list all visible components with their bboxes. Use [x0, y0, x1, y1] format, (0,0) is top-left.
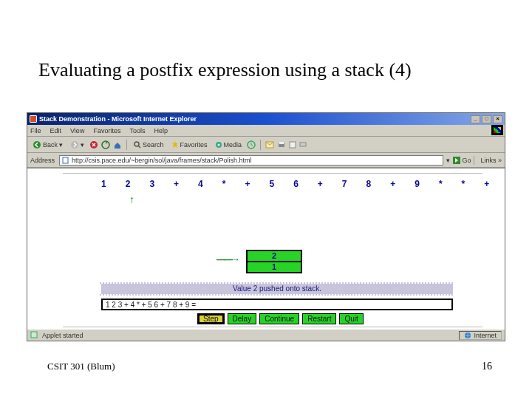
continue-button[interactable]: Continue — [259, 313, 299, 324]
token: 5 — [269, 179, 274, 192]
refresh-button[interactable] — [101, 140, 110, 149]
back-label: Back — [43, 141, 58, 149]
svg-rect-12 — [290, 142, 296, 148]
step-button[interactable]: Step — [197, 313, 225, 324]
zone-label: Internet — [474, 332, 497, 339]
mail-button[interactable] — [265, 141, 274, 149]
restart-button[interactable]: Restart — [302, 313, 336, 324]
expression-input[interactable]: 1 2 3 + 4 * + 5 6 + 7 8 + 9 = — [101, 299, 453, 310]
forward-button[interactable]: ▾ — [68, 140, 86, 150]
token: 9 — [415, 179, 420, 192]
menu-view[interactable]: View — [70, 127, 84, 134]
menu-file[interactable]: File — [30, 127, 41, 134]
token: 6 — [293, 179, 299, 192]
zone-panel: Internet — [459, 331, 502, 340]
favorites-button[interactable]: Favorites — [169, 140, 210, 149]
media-icon — [215, 141, 222, 149]
toolbar: Back ▾ ▾ Search Favorites Media — [27, 137, 505, 153]
windows-logo-icon — [491, 125, 503, 135]
svg-point-1 — [71, 141, 78, 149]
star-icon — [171, 141, 179, 149]
edit-icon — [289, 141, 296, 149]
applet-status-text: Applet started — [42, 332, 83, 339]
refresh-icon — [101, 140, 110, 149]
current-token-pointer-icon: ↑ — [129, 194, 134, 205]
search-button[interactable]: Search — [132, 140, 166, 149]
token: + — [390, 179, 395, 192]
stop-icon — [89, 140, 98, 149]
home-icon — [113, 140, 122, 149]
token: + — [318, 179, 323, 192]
svg-rect-16 — [31, 332, 37, 338]
history-icon — [247, 140, 256, 149]
token: + — [245, 179, 250, 192]
mail-icon — [265, 141, 274, 149]
menu-tools[interactable]: Tools — [129, 127, 145, 134]
media-label: Media — [224, 141, 242, 149]
address-input[interactable]: http://csis.pace.edu/~bergin/sol/java/fr… — [59, 155, 443, 166]
page-icon — [62, 157, 69, 164]
print-button[interactable] — [277, 141, 286, 149]
close-button[interactable]: × — [493, 115, 502, 123]
address-label: Address — [30, 157, 55, 164]
quit-button[interactable]: Quit — [339, 313, 363, 324]
svg-rect-11 — [279, 142, 284, 144]
menu-help[interactable]: Help — [154, 127, 168, 134]
maximize-button[interactable]: □ — [482, 115, 491, 123]
search-icon — [134, 141, 141, 149]
minimize-button[interactable]: _ — [471, 115, 480, 123]
dropdown-icon: ▾ — [81, 141, 84, 149]
applet-button-row: Step Delay Continue Restart Quit — [197, 313, 364, 324]
edit-button[interactable] — [289, 141, 296, 149]
discuss-button[interactable] — [299, 141, 307, 149]
svg-point-7 — [217, 143, 219, 146]
window-title: Stack Demonstration - Microsoft Internet… — [39, 115, 197, 123]
links-button[interactable]: Links » — [480, 157, 502, 164]
token: * — [439, 179, 443, 192]
menubar: File Edit View Favorites Tools Help — [27, 125, 505, 137]
svg-line-5 — [138, 146, 140, 148]
statusbar: Applet started Internet — [27, 329, 505, 341]
go-arrow-icon — [453, 157, 460, 164]
address-url: http://csis.pace.edu/~bergin/sol/java/fr… — [72, 157, 251, 164]
menu-favorites[interactable]: Favorites — [93, 127, 120, 134]
token: 3 — [149, 179, 154, 192]
home-button[interactable] — [113, 140, 122, 149]
titlebar: Stack Demonstration - Microsoft Internet… — [27, 113, 505, 125]
slide-page-number: 16 — [482, 361, 492, 372]
slide-title: Evaluating a postfix expression using a … — [38, 59, 412, 81]
favorites-label: Favorites — [180, 141, 208, 149]
token: 1 — [101, 179, 106, 192]
history-button[interactable] — [247, 140, 256, 149]
stack-push-arrow-icon: ——→ — [216, 254, 239, 265]
stack-cell: 1 — [246, 261, 302, 273]
stop-button[interactable] — [89, 140, 98, 149]
svg-rect-13 — [300, 143, 306, 146]
forward-arrow-icon — [70, 140, 79, 149]
media-button[interactable]: Media — [213, 140, 245, 149]
address-dropdown-icon[interactable]: ▾ — [446, 157, 450, 164]
token: 7 — [342, 179, 347, 192]
go-label: Go — [462, 157, 471, 164]
svg-point-0 — [33, 141, 41, 149]
menu-edit[interactable]: Edit — [50, 127, 62, 134]
token: + — [174, 179, 179, 192]
applet-message: Value 2 pushed onto stack. — [101, 284, 453, 294]
addressbar: Address http://csis.pace.edu/~bergin/sol… — [27, 153, 505, 168]
token: + — [484, 179, 489, 192]
browser-window: Stack Demonstration - Microsoft Internet… — [27, 112, 505, 341]
applet-status-icon — [30, 331, 38, 340]
go-button[interactable]: Go — [453, 157, 471, 164]
token: 2 — [126, 179, 131, 192]
slide-footer: CSIT 301 (Blum) — [47, 361, 115, 372]
dropdown-icon: ▾ — [59, 141, 63, 149]
delay-button[interactable]: Delay — [228, 313, 257, 324]
back-button[interactable]: Back ▾ — [30, 140, 65, 150]
expression-row: 1 2 3 + 4 * + 5 6 + 7 8 + 9 * * + — [101, 179, 475, 192]
search-label: Search — [143, 141, 164, 149]
back-arrow-icon — [33, 140, 41, 149]
svg-rect-14 — [63, 157, 68, 163]
print-icon — [277, 141, 286, 149]
token: * — [222, 179, 226, 192]
token: * — [462, 179, 466, 192]
